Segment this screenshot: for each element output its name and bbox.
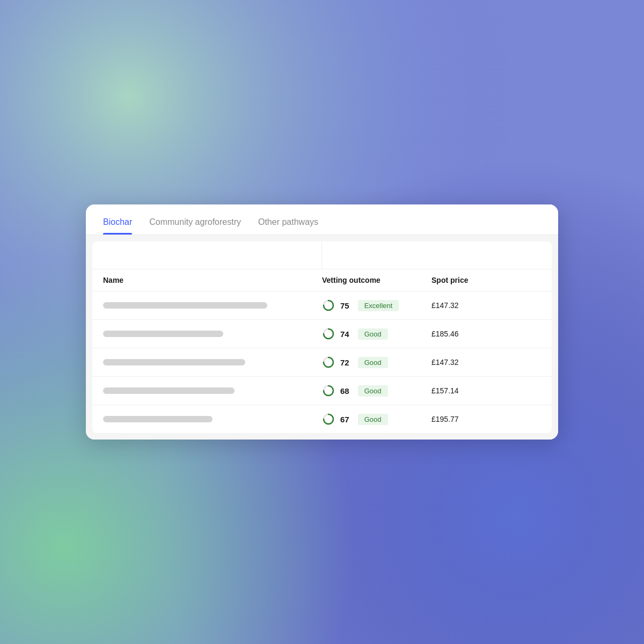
spot-price-value: £147.32 [431,301,541,310]
spot-price-value: £147.32 [431,358,541,367]
table-container: Name Vetting outcome Spot price 75Excell… [92,241,552,433]
score-circle-icon [322,356,335,369]
vetting-cell: 68Good [322,384,431,397]
score-number: 75 [340,301,349,310]
tab-biochar[interactable]: Biochar [103,217,132,235]
name-skeleton [103,331,223,337]
outcome-badge: Good [358,385,388,397]
name-cell [103,416,322,422]
table-row[interactable]: 75Excellent£147.32 [92,291,552,320]
outcome-badge: Good [358,328,388,340]
table-row[interactable]: 68Good£157.14 [92,377,552,405]
name-cell [103,359,322,365]
col-header-spot-price: Spot price [431,276,541,284]
score-circle-icon [322,299,335,312]
table-row[interactable]: 67Good£195.77 [92,405,552,433]
vetting-cell: 74Good [322,327,431,340]
table-body: 75Excellent£147.3274Good£185.4672Good£14… [92,291,552,433]
table-row[interactable]: 72Good£147.32 [92,348,552,377]
score-number: 68 [340,386,349,396]
score-number: 67 [340,415,349,424]
tabs-bar: Biochar Community agroforestry Other pat… [86,204,558,235]
name-cell [103,302,322,309]
spot-price-value: £157.14 [431,386,541,395]
score-circle-icon [322,384,335,397]
name-skeleton [103,416,213,422]
tab-community-agroforestry[interactable]: Community agroforestry [149,217,241,235]
col-header-vetting: Vetting outcome [322,276,431,284]
outcome-badge: Good [358,414,388,425]
table-row[interactable]: 74Good£185.46 [92,320,552,348]
score-circle-icon [322,327,335,340]
vetting-cell: 67Good [322,413,431,426]
outcome-badge: Excellent [358,300,399,311]
name-skeleton [103,359,245,365]
table-header: Name Vetting outcome Spot price [92,269,552,291]
main-card: Biochar Community agroforestry Other pat… [86,204,558,440]
name-cell [103,331,322,337]
col-header-name: Name [103,276,322,284]
name-cell [103,387,322,394]
tab-other-pathways[interactable]: Other pathways [258,217,318,235]
spot-price-value: £185.46 [431,330,541,338]
table-spacer-row [92,241,552,269]
score-number: 72 [340,358,349,367]
vetting-cell: 75Excellent [322,299,431,312]
score-circle-icon [322,413,335,426]
vetting-cell: 72Good [322,356,431,369]
score-number: 74 [340,330,349,339]
name-skeleton [103,387,235,394]
table-wrapper: Name Vetting outcome Spot price 75Excell… [86,235,558,440]
outcome-badge: Good [358,357,388,368]
name-skeleton [103,302,267,309]
spot-price-value: £195.77 [431,415,541,423]
